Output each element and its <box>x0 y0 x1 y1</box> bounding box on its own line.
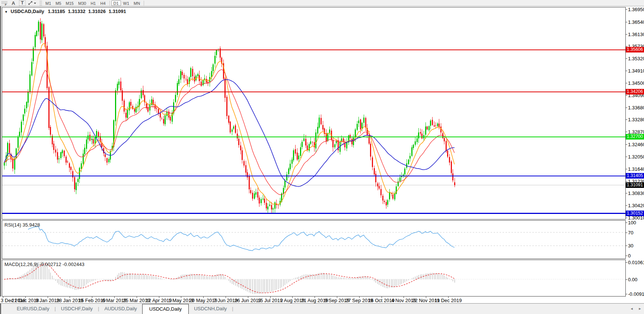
tab-bar-left-margin <box>1 304 12 314</box>
macd-label: MACD(12,26,9) -0.002712 -0.002443 <box>4 262 85 267</box>
chart-tab-usdcad[interactable]: USDCAD,Daily <box>142 304 189 314</box>
fibonacci-tool-icon[interactable]: F <box>0 0 9 6</box>
chart-symbol-label: USDCAD,Daily <box>11 9 44 14</box>
macd-panel[interactable]: MACD(12,26,9) -0.002712 -0.002443 <box>2 260 626 297</box>
date-label: 11 Dec 2019 <box>435 298 462 303</box>
chart-tab-usdchf[interactable]: USDCHF,Daily <box>56 304 98 314</box>
chart-tab-usdcnh[interactable]: USDCNH,Daily <box>189 304 232 314</box>
chart-dropdown-icon[interactable]: ▼ <box>4 10 8 14</box>
toolbar-separator <box>109 1 110 6</box>
chart-tab-audusd[interactable]: AUDUSD,Daily <box>99 304 142 314</box>
date-label: 21 Dec 2018 <box>12 298 39 303</box>
date-label: 26 Jun 2019 <box>235 298 261 303</box>
timeframe-button-h1[interactable]: H1 <box>88 0 98 6</box>
timeframe-button-h4[interactable]: H4 <box>98 0 108 6</box>
date-label: 20 May 2019 <box>189 298 217 303</box>
timeframe-button-w1[interactable]: W1 <box>121 0 132 6</box>
date-label: 12 Apr 2019 <box>146 298 172 303</box>
ohlc-low: 1.31026 <box>88 9 106 14</box>
ohlc-high: 1.31332 <box>68 9 85 14</box>
tab-scroll-left-icon[interactable]: ◂ <box>628 304 636 314</box>
date-label: 15 Jul 2019 <box>258 298 283 303</box>
toolbar-separator <box>144 1 144 6</box>
rsi-canvas[interactable] <box>2 221 625 259</box>
timeframe-button-m30[interactable]: M30 <box>76 0 88 6</box>
ohlc-open: 1.31185 <box>48 9 65 14</box>
ohlc-close: 1.31091 <box>109 9 126 14</box>
timeframe-button-m5[interactable]: M5 <box>53 0 63 6</box>
date-label: 16 Oct 2019 <box>368 298 395 303</box>
line-studies-dropdown-icon[interactable] <box>27 0 38 6</box>
macd-canvas[interactable] <box>2 260 625 296</box>
price-chart-canvas[interactable] <box>2 7 625 219</box>
date-axis: 3 Dec 201821 Dec 20189 Jan 201928 Jan 20… <box>0 297 644 303</box>
mt4-window: F A T M1M5M15M30H1H4D1W1MN ▼ USDCAD,Dail… <box>0 0 644 314</box>
chart-header: ▼ USDCAD,Daily 1.31185 1.31332 1.31026 1… <box>4 9 126 14</box>
tab-scroll-right-icon[interactable]: ▸ <box>636 304 644 314</box>
date-label: 15 Feb 2019 <box>79 298 106 303</box>
rsi-label: RSI(14) 35.9428 <box>4 222 40 228</box>
timeframe-button-m15[interactable]: M15 <box>64 0 76 6</box>
price-chart-panel[interactable]: ▼ USDCAD,Daily 1.31185 1.31332 1.31026 1… <box>2 7 626 220</box>
text-label-tool-icon[interactable]: A <box>9 0 18 6</box>
rsi-panel[interactable]: RSI(14) 35.9428 <box>2 220 626 259</box>
date-label: 9 Jan 2019 <box>35 298 59 303</box>
chart-tab-bar: EURUSD,Daily|USDCHF,Daily|AUDUSD,DailyUS… <box>0 303 644 314</box>
svg-text:F: F <box>5 3 7 6</box>
timeframe-group: M1M5M15M30H1H4D1W1MN <box>43 0 146 6</box>
timeframe-button-d1[interactable]: D1 <box>111 0 121 6</box>
date-label: 21 Aug 2019 <box>301 298 328 303</box>
timeframe-button-mn[interactable]: MN <box>131 0 142 6</box>
chart-tab-eurusd[interactable]: EURUSD,Daily <box>12 304 54 314</box>
toolbar: F A T M1M5M15M30H1H4D1W1MN <box>0 0 644 6</box>
chart-window: ▼ USDCAD,Daily 1.31185 1.31332 1.31026 1… <box>0 6 644 303</box>
toolbar-drag-handle[interactable] <box>39 1 42 6</box>
timeframe-button-m1[interactable]: M1 <box>43 0 53 6</box>
date-label: 7 Jun 2019 <box>214 298 237 303</box>
text-tool-icon[interactable]: T <box>19 0 26 6</box>
tab-bar-spacer <box>233 304 628 314</box>
